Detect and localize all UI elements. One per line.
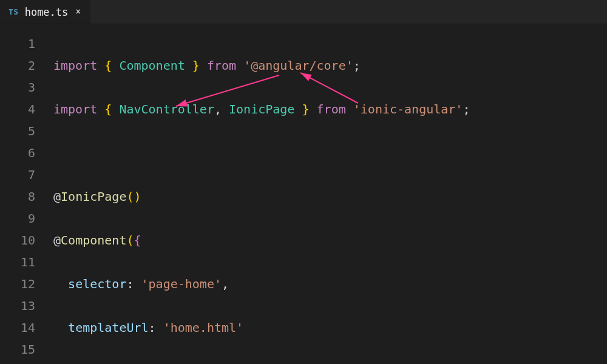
line-number: 11 [0,251,53,273]
code-line[interactable]: @Component({ [53,229,470,251]
code-line[interactable]: templateUrl: 'home.html' [53,317,470,339]
line-number: 12 [0,273,53,295]
ts-file-icon: TS [8,7,19,16]
tab-bar: TS home.ts × [0,0,607,24]
code-line[interactable]: selector: 'page-home', [53,273,470,295]
line-number: 13 [0,295,53,317]
line-number: 8 [0,186,53,207]
line-number: 14 [0,317,53,339]
line-number: 3 [0,76,53,98]
code-line[interactable]: @IonicPage() [53,186,470,207]
code-line[interactable] [53,142,470,164]
line-number: 4 [0,98,53,120]
close-icon[interactable]: × [74,7,82,16]
line-number: 2 [0,55,53,76]
line-number: 6 [0,142,53,164]
line-number: 5 [0,120,53,142]
tab-filename: home.ts [25,6,69,18]
code-line[interactable]: }) [53,360,470,364]
line-number-gutter: 1 2 3 4 5 6 7 8 9 10 11 12 13 14 15 [0,24,53,364]
code-area[interactable]: import { Component } from '@angular/core… [53,24,470,364]
line-number: 15 [0,339,53,360]
line-number: 10 [0,229,53,251]
code-line[interactable]: import { Component } from '@angular/core… [53,55,470,76]
code-line[interactable]: import { NavController, IonicPage } from… [53,98,470,120]
tab-home-ts[interactable]: TS home.ts × [0,0,91,24]
line-number: 1 [0,33,53,55]
line-number: 7 [0,164,53,186]
editor[interactable]: 1 2 3 4 5 6 7 8 9 10 11 12 13 14 15 impo… [0,24,607,364]
line-number: 9 [0,207,53,229]
